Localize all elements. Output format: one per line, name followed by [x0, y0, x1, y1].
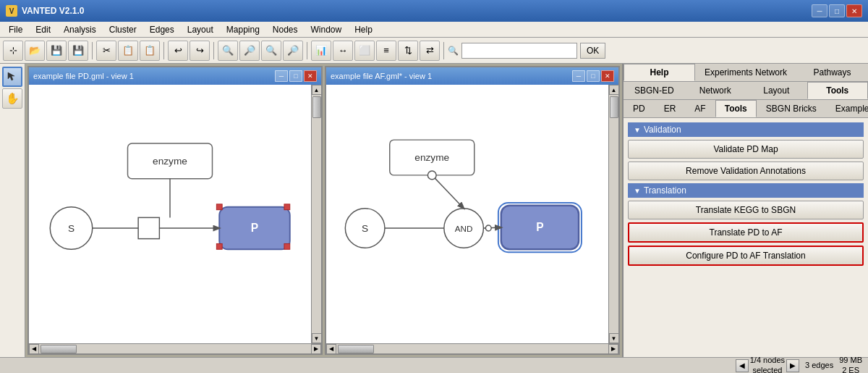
- vscrollbar-pd[interactable]: ▲ ▼: [311, 85, 321, 343]
- vscroll-up-pd[interactable]: ▲: [312, 85, 322, 95]
- tab-er[interactable]: ER: [655, 100, 686, 117]
- sidebar-hand-btn[interactable]: ✋: [2, 88, 22, 109]
- pd-diagram: enzyme S: [29, 85, 311, 343]
- hscroll-left-pd[interactable]: ◀: [29, 344, 39, 354]
- toolbar-select-btn[interactable]: ⊹: [3, 41, 23, 61]
- doc-canvas-pd[interactable]: enzyme S: [29, 85, 311, 343]
- tab-layout[interactable]: Layout: [746, 82, 807, 99]
- menu-analysis[interactable]: Analysis: [58, 23, 102, 36]
- tab-sbgn-ed[interactable]: SBGN-ED: [624, 82, 685, 99]
- toolbar-zoom-100-btn[interactable]: 🔎: [283, 41, 303, 61]
- toolbar-align-btn[interactable]: ↔: [333, 41, 353, 61]
- toolbar-cut-btn[interactable]: ✂: [96, 41, 116, 61]
- toolbar-chart-btn[interactable]: 📊: [311, 41, 331, 61]
- search-input[interactable]: [461, 43, 577, 59]
- doc-scroll-pd: enzyme S: [29, 85, 321, 343]
- menu-window[interactable]: Window: [305, 23, 348, 36]
- vscroll-down-af[interactable]: ▼: [609, 333, 619, 343]
- toolbar-save2-btn[interactable]: 💾: [68, 41, 88, 61]
- toolbar-save-btn[interactable]: 💾: [46, 41, 67, 61]
- tab-network[interactable]: Network: [685, 82, 746, 99]
- tab-row-1: Help Experiments Network Pathways: [624, 64, 868, 82]
- search-ok-button[interactable]: OK: [580, 43, 605, 59]
- minimize-button[interactable]: ─: [812, 4, 827, 17]
- menu-layout[interactable]: Layout: [182, 23, 219, 36]
- doc-canvas-af[interactable]: enzyme S AND: [326, 85, 608, 343]
- toolbar-paste-btn[interactable]: 📋: [140, 41, 160, 61]
- close-button[interactable]: ✕: [846, 4, 862, 17]
- hscroll-track-af[interactable]: [336, 344, 608, 353]
- menu-edit[interactable]: Edit: [30, 23, 56, 36]
- vscroll-thumb-pd[interactable]: [312, 96, 321, 118]
- doc-close-af[interactable]: ✕: [601, 70, 614, 82]
- toolbar-zoom-in-btn[interactable]: 🔍: [218, 41, 238, 61]
- hscrollbar-af[interactable]: ◀ ▶: [326, 343, 618, 353]
- toolbar-grid-btn[interactable]: ≡: [376, 41, 396, 61]
- vscroll-down-pd[interactable]: ▼: [312, 333, 322, 343]
- tab-sbgn-bricks[interactable]: SBGN Bricks: [757, 100, 826, 117]
- svg-marker-0: [8, 72, 14, 80]
- tab-help[interactable]: Help: [624, 64, 695, 81]
- menu-cluster[interactable]: Cluster: [103, 23, 142, 36]
- toolbar-redo-btn[interactable]: ↪: [190, 41, 210, 61]
- remove-validation-button[interactable]: Remove Validation Annotations: [628, 162, 864, 180]
- hscrollbar-pd[interactable]: ◀ ▶: [29, 343, 321, 353]
- tab-pd[interactable]: PD: [624, 100, 655, 117]
- sidebar-select-btn[interactable]: [2, 67, 22, 87]
- doc-window-af: example file AF.gml* - view 1 ─ □ ✕ enzy…: [325, 66, 620, 355]
- hscroll-track-pd[interactable]: [39, 344, 311, 353]
- section-header-translation: ▼ Translation: [628, 183, 864, 198]
- menu-edges[interactable]: Edges: [144, 23, 180, 36]
- toolbar-sort-btn[interactable]: ⇅: [398, 41, 418, 61]
- svg-text:P: P: [536, 221, 543, 233]
- status-nav-next[interactable]: ▶: [786, 359, 799, 372]
- toolbar-copy-btn[interactable]: 📋: [118, 41, 138, 61]
- toolbar-open-btn[interactable]: 📂: [25, 41, 45, 61]
- doc-maximize-pd[interactable]: □: [289, 70, 302, 82]
- toolbar-distribute-btn[interactable]: ⬜: [354, 41, 375, 61]
- doc-minimize-af[interactable]: ─: [572, 70, 585, 82]
- maximize-button[interactable]: □: [829, 4, 845, 17]
- right-panel: Help Experiments Network Pathways SBGN-E…: [622, 64, 868, 357]
- translate-kegg-button[interactable]: Translate KEGG to SBGN: [628, 201, 864, 219]
- menu-help[interactable]: Help: [349, 23, 378, 36]
- tab-tools[interactable]: Tools: [807, 82, 869, 99]
- tab-examples[interactable]: Examples: [826, 100, 868, 117]
- tab-pathways[interactable]: Pathways: [796, 64, 868, 81]
- hscroll-right-af[interactable]: ▶: [608, 344, 618, 354]
- toolbar-undo-btn[interactable]: ↩: [168, 41, 188, 61]
- doc-close-pd[interactable]: ✕: [304, 70, 317, 82]
- doc-titlebar-pd: example file PD.gml - view 1 ─ □ ✕: [29, 67, 321, 85]
- tab-tools-sub[interactable]: Tools: [715, 100, 757, 117]
- menu-file[interactable]: File: [3, 23, 28, 36]
- vscrollbar-af[interactable]: ▲ ▼: [608, 85, 618, 343]
- tab-experiments-network[interactable]: Experiments Network: [695, 64, 796, 81]
- validate-pd-map-button[interactable]: Validate PD Map: [628, 140, 864, 159]
- svg-text:enzyme: enzyme: [153, 156, 187, 167]
- doc-controls-af: ─ □ ✕: [572, 70, 614, 82]
- translate-pd-af-button[interactable]: Translate PD to AF: [628, 222, 864, 243]
- hscroll-right-pd[interactable]: ▶: [311, 344, 321, 354]
- vscroll-thumb-af[interactable]: [610, 96, 618, 118]
- svg-point-30: [485, 225, 491, 231]
- tab-af[interactable]: AF: [685, 100, 715, 117]
- left-sidebar: ✋: [0, 64, 25, 357]
- toolbar-zoom-out-btn[interactable]: 🔎: [239, 41, 260, 61]
- vscroll-track-pd[interactable]: [312, 95, 321, 333]
- configure-pd-af-button[interactable]: Configure PD to AF Translation: [628, 246, 864, 266]
- doc-minimize-pd[interactable]: ─: [275, 70, 288, 82]
- doc-maximize-af[interactable]: □: [587, 70, 600, 82]
- toolbar-zoom-fit-btn[interactable]: 🔍: [261, 41, 281, 61]
- tab-row-3: PD ER AF Tools SBGN Bricks Examples: [624, 100, 868, 118]
- toolbar-flow-btn[interactable]: ⇄: [420, 41, 440, 61]
- toolbar-sep-4: [307, 42, 307, 59]
- menu-nodes[interactable]: Nodes: [267, 23, 304, 36]
- status-nav-prev[interactable]: ◀: [736, 359, 749, 372]
- status-nodes-info: 1/4 nodesselected: [750, 356, 785, 373]
- menu-mapping[interactable]: Mapping: [221, 23, 265, 36]
- vscroll-track-af[interactable]: [609, 95, 618, 333]
- vscroll-up-af[interactable]: ▲: [609, 85, 619, 95]
- hscroll-thumb-pd[interactable]: [41, 345, 77, 353]
- hscroll-left-af[interactable]: ◀: [326, 344, 336, 354]
- hscroll-thumb-af[interactable]: [338, 345, 374, 353]
